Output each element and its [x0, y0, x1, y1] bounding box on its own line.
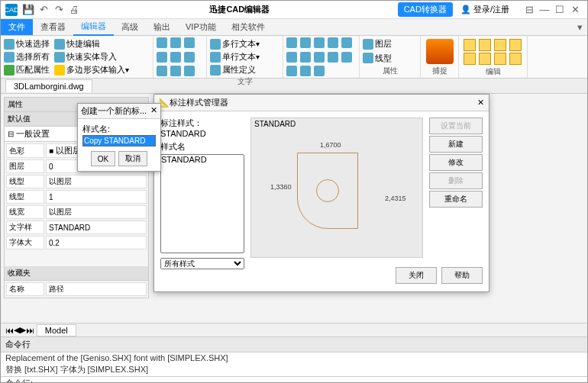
- cancel-button[interactable]: 取消: [118, 151, 147, 166]
- modify-button[interactable]: 修改: [429, 154, 483, 171]
- nav-first-icon[interactable]: ⏮: [5, 326, 14, 335]
- dim-tool-icon[interactable]: [341, 37, 352, 48]
- dim-tool-icon[interactable]: [328, 37, 338, 48]
- table-row: 线型以图层: [6, 175, 147, 188]
- draw-tool-icon[interactable]: [157, 37, 167, 48]
- ribbon-collapse-icon[interactable]: ▾: [572, 21, 587, 33]
- stylename-label: 样式名: [160, 141, 244, 153]
- new-button[interactable]: 新建: [429, 136, 483, 153]
- draw-tool-icon[interactable]: [184, 66, 195, 76]
- set-current-button: 设置当前: [429, 117, 483, 134]
- dim-value: 1,6700: [320, 141, 341, 149]
- tab-related[interactable]: 相关软件: [224, 19, 273, 35]
- label: 一般设置: [16, 129, 50, 138]
- select-all-button[interactable]: 选择所有 快速实体导入: [4, 51, 150, 63]
- draw-tool-icon[interactable]: [184, 52, 195, 63]
- tab-advanced[interactable]: 高级: [114, 19, 146, 35]
- dim-value: 1,3360: [270, 183, 292, 191]
- mtext-button[interactable]: 多行文本 ▾: [210, 38, 279, 50]
- dim-tool-icon[interactable]: [300, 66, 311, 76]
- edit-tool-icon[interactable]: [509, 53, 522, 65]
- settings-icon[interactable]: ⊟: [522, 4, 537, 15]
- print-icon[interactable]: 🖨: [66, 4, 82, 15]
- dim-tool-icon[interactable]: [314, 52, 325, 63]
- group-label-snap: 捕捉: [424, 66, 455, 76]
- model-tab[interactable]: Model: [37, 324, 76, 336]
- command-panel: 命令行 Replacement of the [Geniso.SHX] font…: [1, 336, 587, 383]
- dim-tool-icon[interactable]: [300, 52, 311, 63]
- close-button[interactable]: 关闭: [396, 267, 437, 284]
- ok-button[interactable]: OK: [91, 151, 115, 166]
- draw-tool-icon[interactable]: [157, 52, 167, 63]
- command-prompt[interactable]: 命令行:: [1, 376, 587, 383]
- dim-value: 2,4315: [385, 195, 406, 202]
- linetype-button[interactable]: 线型: [363, 53, 417, 64]
- tab-viewer[interactable]: 查看器: [33, 19, 73, 35]
- edit-tool-icon[interactable]: [509, 39, 522, 51]
- dim-tool-icon[interactable]: [341, 52, 352, 63]
- edit-tool-icon[interactable]: [464, 53, 476, 65]
- file-tab[interactable]: 3DLamborgini.dwg: [5, 79, 92, 92]
- new-style-popup: 创建一个新的标...✕ 样式名: OK 取消: [77, 103, 161, 172]
- tab-vip[interactable]: VIP功能: [178, 19, 224, 35]
- edit-tool-icon[interactable]: [494, 39, 506, 51]
- match-props-button[interactable]: 匹配属性 多边形实体输入 ▾: [4, 64, 150, 76]
- close-icon[interactable]: ✕: [567, 4, 583, 15]
- model-tab-bar: ⏮ ◀ ▶ ⏭ Model: [1, 323, 587, 336]
- cad-convert-button[interactable]: CAD转换器: [398, 2, 453, 17]
- snap-icon[interactable]: [426, 39, 454, 64]
- dim-tool-icon[interactable]: [286, 52, 297, 63]
- tab-output[interactable]: 输出: [146, 19, 178, 35]
- tab-file[interactable]: 文件: [1, 19, 33, 35]
- draw-tool-icon[interactable]: [170, 66, 181, 76]
- dim-tool-icon[interactable]: [286, 37, 297, 48]
- col-path: 路径: [46, 282, 147, 296]
- layer-button[interactable]: 图层: [363, 38, 417, 50]
- popup-close-icon[interactable]: ✕: [150, 105, 157, 117]
- dim-tool-icon[interactable]: [328, 52, 338, 63]
- attr-def-button[interactable]: 属性定义: [210, 64, 279, 76]
- quick-select-button[interactable]: 快速选择 快捷编辑: [4, 38, 150, 50]
- filter-select[interactable]: 所有样式: [160, 258, 244, 269]
- current-style: STANDARD: [160, 129, 206, 138]
- stext-button[interactable]: 单行文本 ▾: [210, 51, 279, 63]
- menu-tabs: 文件 查看器 编辑器 高级 输出 VIP功能 相关软件 ▾: [1, 19, 587, 36]
- maximize-icon[interactable]: ☐: [552, 4, 567, 15]
- nav-last-icon[interactable]: ⏭: [26, 326, 34, 335]
- dim-tool-icon[interactable]: [314, 37, 325, 48]
- dim-tool-icon[interactable]: [314, 66, 325, 76]
- minimize-icon[interactable]: —: [537, 4, 552, 15]
- label: 多行文本: [222, 38, 256, 50]
- label: 快速实体导入: [66, 51, 117, 63]
- dialog-titlebar[interactable]: 📐 标注样式管理器 ✕: [154, 95, 489, 111]
- dialog-close-icon[interactable]: ✕: [477, 98, 484, 108]
- nav-prev-icon[interactable]: ◀: [14, 325, 20, 335]
- edit-tool-icon[interactable]: [479, 39, 491, 51]
- draw-tool-icon[interactable]: [184, 37, 195, 48]
- undo-icon[interactable]: ↶: [36, 4, 51, 15]
- preview-label: STANDARD: [254, 120, 296, 128]
- dim-tool-icon[interactable]: [286, 66, 297, 76]
- nav-next-icon[interactable]: ▶: [20, 325, 26, 335]
- draw-tool-icon[interactable]: [170, 52, 181, 63]
- rename-button[interactable]: 重命名: [429, 191, 483, 208]
- redo-icon[interactable]: ↷: [51, 4, 66, 15]
- draw-tool-icon[interactable]: [170, 37, 181, 48]
- style-list[interactable]: STANDARD: [160, 154, 244, 253]
- edit-tool-icon[interactable]: [479, 53, 491, 65]
- tab-editor[interactable]: 编辑器: [73, 18, 114, 36]
- edit-tool-icon[interactable]: [494, 53, 506, 65]
- app-title: 迅捷CAD编辑器: [82, 4, 398, 15]
- save-icon[interactable]: 💾: [21, 4, 36, 15]
- draw-tool-icon[interactable]: [157, 66, 167, 76]
- label: 选择所有: [16, 51, 50, 63]
- command-line: 替换 [txt.SHX] 字体为 [SIMPLEX.SHX]: [1, 363, 587, 376]
- login-link[interactable]: 👤 登录/注册: [460, 4, 509, 15]
- dim-tool-icon[interactable]: [300, 37, 311, 48]
- edit-tool-icon[interactable]: [464, 39, 476, 51]
- ribbon: 快速选择 快捷编辑 选择所有 快速实体导入 匹配属性 多边形实体输入 ▾ 多行文…: [1, 36, 587, 79]
- help-button[interactable]: 帮助: [441, 267, 483, 284]
- app-icon: CAD: [5, 4, 18, 16]
- stylename-input[interactable]: [82, 135, 156, 146]
- col-name: 名称: [6, 282, 44, 296]
